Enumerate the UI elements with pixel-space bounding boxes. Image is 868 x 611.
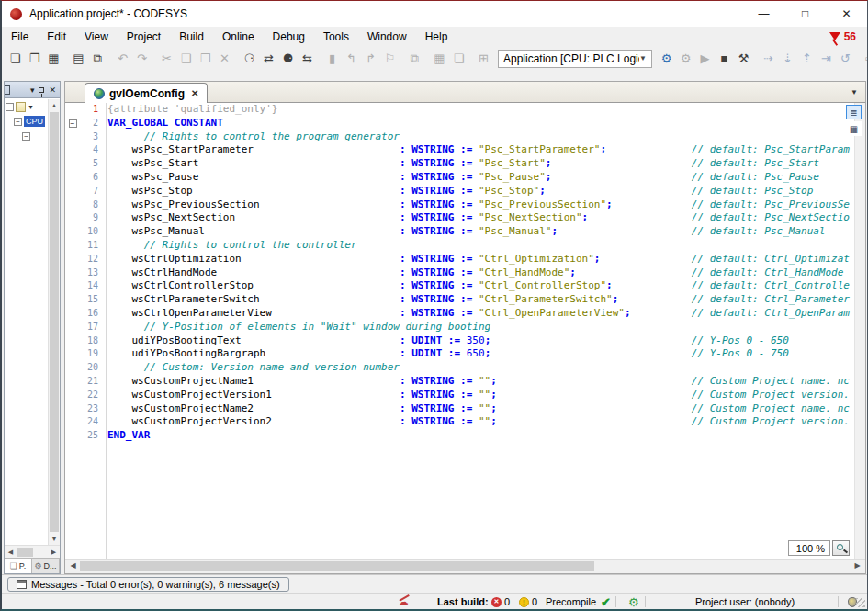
resize-grip[interactable]: [856, 598, 865, 607]
code-line-21[interactable]: 21 wsCustomProjectName1 : WSTRING := "";…: [65, 375, 865, 389]
new-file-button[interactable]: ❏: [6, 49, 25, 69]
active-application-combo[interactable]: Application [CPU: PLC Logic]▼: [498, 50, 652, 68]
menu-item-view[interactable]: View: [75, 28, 118, 45]
code-line-4[interactable]: 4 wsPsc_StartParameter : WSTRING := "Psc…: [65, 143, 865, 157]
code-line-2[interactable]: −2VAR_GLOBAL CONSTANT: [65, 117, 865, 130]
zoom-button[interactable]: [832, 540, 850, 556]
menu-item-window[interactable]: Window: [358, 28, 416, 45]
tab-gvloemconfig[interactable]: gvlOemConfig ✕: [85, 83, 208, 103]
undo-button[interactable]: ↶: [113, 49, 132, 69]
zoom-level[interactable]: 100 %: [788, 540, 830, 556]
scroll-right-arrow[interactable]: ▶: [851, 561, 863, 570]
code-line-11[interactable]: 11 // Rights to control the controller: [65, 239, 865, 253]
save-button[interactable]: ▦: [44, 49, 63, 69]
panel-close-icon[interactable]: ✕: [49, 85, 56, 95]
scroll-down-arrow[interactable]: ▼: [49, 533, 60, 545]
scrollbar-thumb[interactable]: [80, 561, 594, 571]
replace-button[interactable]: ⇄: [259, 49, 278, 69]
minimize-button[interactable]: —: [743, 1, 784, 27]
code-line-25[interactable]: 25END_VAR: [65, 429, 865, 443]
next-bookmark-button[interactable]: ↱: [361, 49, 380, 69]
code-line-7[interactable]: 7 wsPsc_Stop : WSTRING := "Psc_Stop"; //…: [65, 185, 865, 198]
devices-vertical-scrollbar[interactable]: ▲ ▼: [48, 99, 60, 545]
run-to-cursor-button[interactable]: ⇥: [817, 49, 836, 69]
cut-button[interactable]: ✂: [157, 49, 176, 69]
code-line-17[interactable]: 17 // Y-Position of elements in "Wait" w…: [65, 321, 865, 334]
editor-horizontal-scrollbar[interactable]: ◀ ▶: [65, 559, 865, 573]
clear-bookmarks-button[interactable]: ⚐: [380, 49, 400, 69]
print-button[interactable]: ▤: [69, 49, 88, 69]
menu-item-tools[interactable]: Tools: [314, 28, 358, 45]
scroll-left-arrow[interactable]: ◀: [67, 561, 79, 570]
expand-toggle[interactable]: −: [22, 132, 30, 141]
login-button[interactable]: ⚙: [657, 49, 676, 69]
editor-right-scroll-strip[interactable]: [854, 103, 865, 559]
scrollbar-thumb[interactable]: [50, 112, 59, 532]
tree-row-project[interactable]: − ▼: [6, 99, 48, 114]
library-manager-button[interactable]: ⊞: [474, 49, 493, 69]
delete-button[interactable]: ✕: [215, 49, 234, 69]
tabular-view-button[interactable]: ▦: [846, 121, 862, 136]
chevron-down-icon[interactable]: ▼: [639, 54, 647, 62]
menu-item-file[interactable]: File: [2, 28, 38, 45]
find-in-project-button[interactable]: ⚈: [278, 49, 298, 69]
menu-item-project[interactable]: Project: [118, 28, 170, 45]
menu-item-online[interactable]: Online: [213, 28, 264, 45]
maximize-button[interactable]: □: [784, 1, 826, 27]
code-line-6[interactable]: 6 wsPsc_Pause : WSTRING := "Psc_Pause"; …: [65, 171, 865, 185]
code-line-19[interactable]: 19 udiYPosBootingBargraph : UDINT := 650…: [65, 347, 865, 361]
code-line-20[interactable]: 20 // Custom: Version name and version n…: [65, 361, 865, 375]
stop-button[interactable]: ■: [715, 49, 734, 69]
toggle-bookmark-button[interactable]: ▮: [322, 49, 342, 69]
code-line-12[interactable]: 12 wsCtrlOptimization : WSTRING := "Ctrl…: [65, 253, 865, 266]
multi-document-button[interactable]: ⧉: [405, 49, 424, 69]
logout-button[interactable]: ⚙: [676, 49, 695, 69]
code-line-1[interactable]: 1{attribute 'qualified_only'}: [65, 103, 865, 117]
scrollbar-thumb[interactable]: [17, 548, 33, 557]
code-line-9[interactable]: 9 wsPsc_NextSection : WSTRING := "Psc_Ne…: [65, 211, 865, 225]
replace-in-project-button[interactable]: ⇆: [298, 49, 317, 69]
pin-icon[interactable]: [39, 87, 44, 93]
copy-button[interactable]: ❑: [176, 49, 196, 69]
new-object-button[interactable]: ❏: [449, 49, 468, 69]
code-line-8[interactable]: 8 wsPsc_PreviousSection : WSTRING := "Ps…: [65, 198, 865, 212]
code-line-23[interactable]: 23 wsCustomProjectName2 : WSTRING := "";…: [65, 402, 865, 416]
code-line-22[interactable]: 22 wsCustomProjectVersion1 : WSTRING := …: [65, 389, 865, 402]
menu-item-edit[interactable]: Edit: [38, 28, 75, 45]
scroll-right-arrow[interactable]: ▶: [48, 549, 60, 556]
code-line-18[interactable]: 18 udiYPosBootingText : UDINT := 350; //…: [65, 334, 865, 348]
reset-button[interactable]: ↺: [836, 49, 855, 69]
copy-pages-button[interactable]: ⧉: [88, 49, 107, 69]
tab-close-icon[interactable]: ✕: [191, 88, 198, 98]
tab-devices[interactable]: ⚙ D...: [32, 559, 60, 573]
step-into-button[interactable]: ⇣: [778, 49, 797, 69]
code-line-13[interactable]: 13 wsCtrlHandMode : WSTRING := "Ctrl_Han…: [65, 266, 865, 280]
menu-item-build[interactable]: Build: [170, 28, 213, 45]
online-config-button[interactable]: ⚒: [734, 49, 753, 69]
security-gear-icon[interactable]: ⚙: [628, 594, 639, 610]
devices-horizontal-scrollbar[interactable]: ◀ ▶: [5, 545, 60, 558]
textual-view-button[interactable]: ≣: [846, 105, 862, 119]
code-line-3[interactable]: 3 // Rights to control the program gener…: [65, 130, 865, 144]
panel-dropdown-icon[interactable]: ▾: [30, 85, 35, 95]
view-grid-button[interactable]: ▦: [430, 49, 449, 69]
start-button[interactable]: ▶: [695, 49, 715, 69]
expand-toggle[interactable]: −: [14, 118, 22, 126]
force-values-button[interactable]: ⇨: [861, 49, 868, 69]
paste-button[interactable]: ❒: [196, 49, 215, 69]
open-project-button[interactable]: ❐: [25, 49, 44, 69]
fold-toggle-icon[interactable]: −: [65, 117, 80, 130]
close-button[interactable]: ✕: [826, 1, 867, 27]
find-button[interactable]: ⚆: [240, 49, 259, 69]
tab-list-dropdown-icon[interactable]: ▼: [851, 88, 858, 96]
expand-toggle[interactable]: −: [6, 103, 14, 111]
tree-row-child[interactable]: −: [6, 129, 48, 143]
tree-row-device[interactable]: − CPU: [6, 114, 48, 129]
redo-button[interactable]: ↷: [132, 49, 152, 69]
menu-item-help[interactable]: Help: [416, 28, 457, 45]
code-line-24[interactable]: 24 wsCustomProjectVersion2 : WSTRING := …: [65, 415, 865, 429]
code-line-5[interactable]: 5 wsPsc_Start : WSTRING := "Psc_Start"; …: [65, 157, 865, 171]
messages-tab[interactable]: Messages - Total 0 error(s), 0 warning(s…: [7, 577, 289, 592]
step-over-button[interactable]: ⇢: [759, 49, 778, 69]
previous-bookmark-button[interactable]: ↰: [342, 49, 361, 69]
